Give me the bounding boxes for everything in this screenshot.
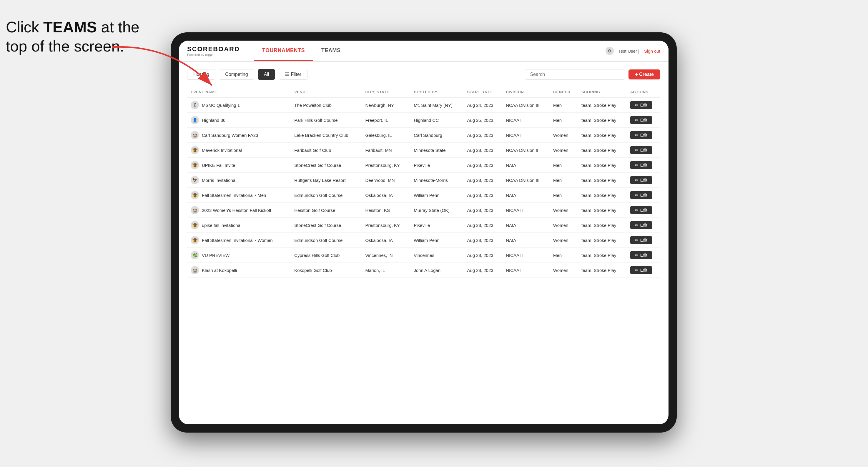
col-hosted-by: HOSTED BY [410, 87, 463, 97]
cell-actions: ✏ Edit [627, 173, 660, 188]
event-icon: 🤠 [191, 161, 199, 169]
edit-button[interactable]: ✏ Edit [630, 146, 652, 154]
signout-link[interactable]: Sign out [644, 49, 660, 54]
tournaments-table: EVENT NAME VENUE CITY, STATE HOSTED BY S… [187, 87, 660, 278]
edit-button[interactable]: ✏ Edit [630, 251, 652, 259]
edit-button[interactable]: ✏ Edit [630, 266, 652, 274]
edit-button[interactable]: ✏ Edit [630, 131, 652, 139]
cell-venue: Lake Bracken Country Club [291, 128, 362, 143]
col-venue: VENUE [291, 87, 362, 97]
cell-scoring: team, Stroke Play [578, 233, 627, 248]
col-division: DIVISION [502, 87, 550, 97]
cell-start-date: Aug 24, 2023 [463, 97, 502, 113]
table-row: 🏫 2023 Women's Hesston Fall Kickoff Hess… [187, 203, 660, 218]
edit-button[interactable]: ✏ Edit [630, 101, 652, 109]
search-input[interactable] [525, 69, 625, 80]
edit-icon: ✏ [635, 223, 639, 227]
table-row: 🤠 UPIKE Fall Invite StoneCrest Golf Cour… [187, 158, 660, 173]
table-row: 🤠 Fall Statesmen Invitational - Men Edmu… [187, 188, 660, 203]
cell-division: NICAA II [502, 203, 550, 218]
edit-button[interactable]: ✏ Edit [630, 191, 652, 199]
edit-button[interactable]: ✏ Edit [630, 206, 652, 214]
edit-button[interactable]: ✏ Edit [630, 221, 652, 229]
cell-start-date: Aug 28, 2023 [463, 188, 502, 203]
logo-subtitle: Powered by clippit [187, 53, 240, 57]
cell-hosted-by: William Penn [410, 233, 463, 248]
cell-hosted-by: Carl Sandburg [410, 128, 463, 143]
competing-button[interactable]: Competing [219, 69, 254, 80]
event-icon: 🏌 [191, 101, 199, 109]
cell-event-name: 🤠 upike fall invitational [187, 218, 291, 233]
cell-city-state: Newburgh, NY [362, 97, 410, 113]
nav-right: ⚙ Test User | Sign out [606, 47, 660, 55]
cell-hosted-by: Mt. Saint Mary (NY) [410, 97, 463, 113]
cell-gender: Men [550, 97, 578, 113]
edit-icon: ✏ [635, 148, 639, 152]
event-icon: 🏫 [191, 131, 199, 139]
logo-area: SCOREBOARD Powered by clippit [187, 45, 240, 57]
cell-event-name: 🤠 UPIKE Fall Invite [187, 158, 291, 173]
cell-actions: ✏ Edit [627, 218, 660, 233]
cell-scoring: team, Stroke Play [578, 248, 627, 263]
settings-icon[interactable]: ⚙ [606, 47, 614, 55]
cell-actions: ✏ Edit [627, 263, 660, 278]
event-icon: 🤠 [191, 191, 199, 199]
cell-gender: Men [550, 188, 578, 203]
edit-button[interactable]: ✏ Edit [630, 161, 652, 169]
cell-hosted-by: Vincennes [410, 248, 463, 263]
cell-scoring: team, Stroke Play [578, 263, 627, 278]
cell-scoring: team, Stroke Play [578, 143, 627, 158]
cell-city-state: Hesston, KS [362, 203, 410, 218]
cell-venue: StoneCrest Golf Course [291, 218, 362, 233]
cell-start-date: Aug 28, 2023 [463, 263, 502, 278]
create-button[interactable]: + Create [628, 69, 660, 80]
filter-button[interactable]: ☰ Filter [279, 69, 308, 80]
event-name-text: Morris Invitational [202, 178, 237, 183]
edit-icon: ✏ [635, 133, 639, 137]
cell-actions: ✏ Edit [627, 97, 660, 113]
table-row: 🤠 Maverick Invitational Faribault Golf C… [187, 143, 660, 158]
cell-gender: Women [550, 143, 578, 158]
cell-city-state: Galesburg, IL [362, 128, 410, 143]
table-row: 🦅 Morris Invitational Ruttger's Bay Lake… [187, 173, 660, 188]
content-area: Hosting Competing All ☰ Filter + Create … [179, 62, 669, 424]
table-row: 👤 Highland 36 Park Hills Golf Course Fre… [187, 113, 660, 128]
cell-gender: Women [550, 128, 578, 143]
logo-title: SCOREBOARD [187, 45, 240, 53]
col-event-name: EVENT NAME [187, 87, 291, 97]
edit-button[interactable]: ✏ Edit [630, 236, 652, 244]
cell-venue: Ruttger's Bay Lake Resort [291, 173, 362, 188]
all-button[interactable]: All [258, 69, 275, 80]
cell-division: NICAA I [502, 113, 550, 128]
filter-icon: ☰ [285, 71, 289, 77]
user-text: Test User | [619, 49, 640, 54]
cell-venue: Park Hills Golf Course [291, 113, 362, 128]
event-icon: 👤 [191, 116, 199, 124]
cell-venue: Edmundson Golf Course [291, 188, 362, 203]
cell-gender: Men [550, 113, 578, 128]
event-name-text: upike fall invitational [202, 223, 241, 228]
cell-gender: Men [550, 173, 578, 188]
tab-teams[interactable]: TEAMS [313, 41, 349, 61]
cell-event-name: 🤠 Fall Statesmen Invitational - Women [187, 233, 291, 248]
hosting-button[interactable]: Hosting [187, 69, 215, 80]
cell-event-name: 🏫 Klash at Kokopelli [187, 263, 291, 278]
col-scoring: SCORING [578, 87, 627, 97]
cell-actions: ✏ Edit [627, 128, 660, 143]
nav-bar: SCOREBOARD Powered by clippit TOURNAMENT… [179, 41, 669, 62]
tab-tournaments[interactable]: TOURNAMENTS [254, 41, 313, 61]
edit-button[interactable]: ✏ Edit [630, 116, 652, 124]
cell-actions: ✏ Edit [627, 113, 660, 128]
nav-tabs: TOURNAMENTS TEAMS [254, 41, 349, 61]
cell-gender: Women [550, 233, 578, 248]
cell-venue: Cypress Hills Golf Club [291, 248, 362, 263]
cell-division: NICAA I [502, 128, 550, 143]
cell-actions: ✏ Edit [627, 248, 660, 263]
cell-scoring: team, Stroke Play [578, 218, 627, 233]
cell-scoring: team, Stroke Play [578, 158, 627, 173]
event-name-text: Fall Statesmen Invitational - Women [202, 238, 273, 243]
cell-venue: Kokopelli Golf Club [291, 263, 362, 278]
cell-division: NICAA I [502, 263, 550, 278]
edit-button[interactable]: ✏ Edit [630, 176, 652, 184]
event-icon: 🌿 [191, 251, 199, 259]
